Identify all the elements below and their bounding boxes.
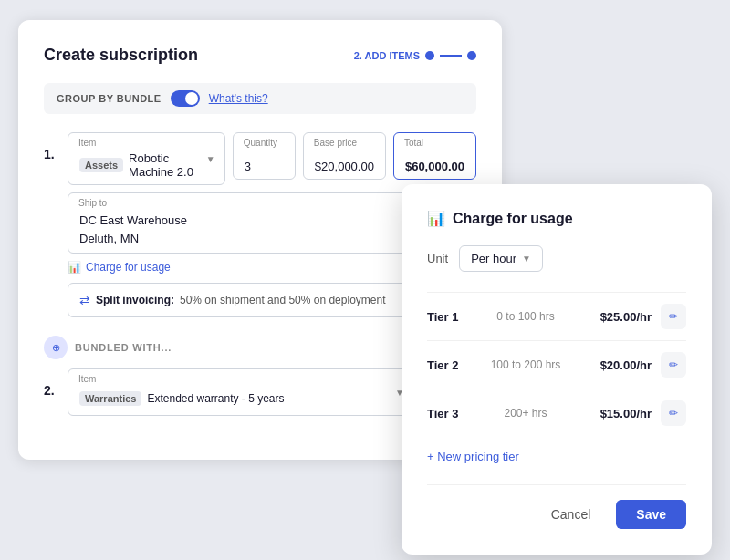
cancel-button[interactable]: Cancel	[535, 500, 608, 529]
step-label: 2. ADD ITEMS	[354, 50, 420, 61]
unit-value: Per hour	[471, 252, 516, 265]
save-button[interactable]: Save	[616, 500, 686, 529]
unit-label: Unit	[427, 252, 448, 265]
unit-dropdown[interactable]: Per hour ▼	[459, 245, 543, 272]
item-field-container: Item Assets Robotic Machine 2.0 ▼	[68, 132, 225, 185]
total-input: $60,000.00	[393, 132, 476, 180]
item-2-select[interactable]: Warranties Extended warranty - 5 years ▼	[68, 368, 414, 416]
bundled-label: BUNDLED WITH...	[75, 342, 172, 353]
new-tier-link[interactable]: + New pricing tier	[427, 450, 519, 463]
tiers-container: Tier 1 0 to 100 hrs $25.00/hr ✏ Tier 2 1…	[427, 292, 686, 437]
tier-1-row: Tier 1 0 to 100 hrs $25.00/hr ✏	[427, 292, 686, 340]
total-field-container: Total $60,000.00	[393, 132, 476, 185]
unit-dropdown-arrow: ▼	[522, 254, 531, 264]
tier-1-range: 0 to 100 hrs	[473, 310, 579, 323]
base-price-value: $20,000.00	[315, 160, 374, 173]
popup-chart-icon: 📊	[427, 210, 445, 227]
split-icon: ⇄	[79, 293, 90, 307]
tier-1-name: Tier 1	[427, 310, 473, 324]
tier-3-edit-button[interactable]: ✏	[661, 400, 686, 426]
tier-3-range: 200+ hrs	[473, 407, 579, 420]
tier-3-price: $15.00/hr	[579, 407, 652, 420]
warranties-tag: Warranties	[79, 391, 141, 406]
charge-popup: 📊 Charge for usage Unit Per hour ▼ Tier …	[402, 184, 712, 555]
step-line	[440, 55, 462, 57]
item-2-number: 2.	[44, 368, 58, 398]
asset-tag: Assets	[79, 158, 123, 172]
bundle-row: GROUP BY BUNDLE What's this?	[44, 83, 476, 114]
tier-2-row: Tier 2 100 to 200 hrs $20.00/hr ✏	[427, 340, 686, 389]
item-2-value: Extended warranty - 5 years	[147, 392, 284, 405]
tier-1-edit-icon: ✏	[669, 310, 678, 323]
whats-this-link[interactable]: What's this?	[209, 92, 268, 105]
tier-2-edit-button[interactable]: ✏	[661, 352, 686, 378]
step-dot-2	[467, 51, 476, 60]
bundled-icon: ⊕	[44, 336, 68, 359]
item-field-group: Item Assets Robotic Machine 2.0 ▼ Quanti…	[68, 132, 476, 185]
tier-1-edit-button[interactable]: ✏	[661, 304, 686, 329]
tier-3-row: Tier 3 200+ hrs $15.00/hr ✏	[427, 389, 686, 437]
quantity-input[interactable]: 3	[233, 132, 296, 180]
bundle-label: GROUP BY BUNDLE	[57, 93, 162, 104]
item-1-number: 1.	[44, 132, 58, 161]
quantity-field-container: Quantity 3	[233, 132, 296, 185]
unit-row: Unit Per hour ▼	[427, 245, 686, 272]
split-invoicing-label: Split invoicing:	[96, 294, 174, 306]
card-header: Create subscription 2. ADD ITEMS	[44, 46, 476, 65]
quantity-value: 3	[245, 160, 251, 173]
base-price-input[interactable]: $20,000.00	[303, 132, 386, 180]
steps-indicator: 2. ADD ITEMS	[354, 50, 476, 61]
item-select[interactable]: Assets Robotic Machine 2.0 ▼	[68, 132, 225, 185]
tier-2-edit-icon: ✏	[669, 358, 678, 371]
item-dropdown-arrow: ▼	[206, 154, 215, 164]
page-title: Create subscription	[44, 46, 198, 65]
popup-title: Charge for usage	[453, 211, 573, 227]
bundle-toggle[interactable]	[171, 90, 200, 107]
tier-1-price: $25.00/hr	[579, 310, 652, 324]
popup-header: 📊 Charge for usage	[427, 210, 686, 227]
popup-footer: Cancel Save	[427, 484, 686, 529]
tier-2-range: 100 to 200 hrs	[473, 358, 579, 371]
tier-3-name: Tier 3	[427, 407, 473, 420]
tier-2-name: Tier 2	[427, 358, 473, 372]
step-dot-1	[425, 51, 434, 60]
charge-link-text: Charge for usage	[86, 261, 171, 274]
tier-3-edit-icon: ✏	[669, 407, 678, 420]
item-2-field-container: Item Warranties Extended warranty - 5 ye…	[68, 368, 414, 416]
chart-bar-icon: 📊	[68, 261, 81, 274]
base-price-field-container: Base price $20,000.00	[303, 132, 386, 185]
split-invoicing-value: 50% on shipment and 50% on deployment	[180, 294, 386, 306]
tier-2-price: $20.00/hr	[579, 358, 652, 372]
item-value: Robotic Machine 2.0	[129, 151, 214, 179]
total-value: $60,000.00	[405, 160, 464, 173]
